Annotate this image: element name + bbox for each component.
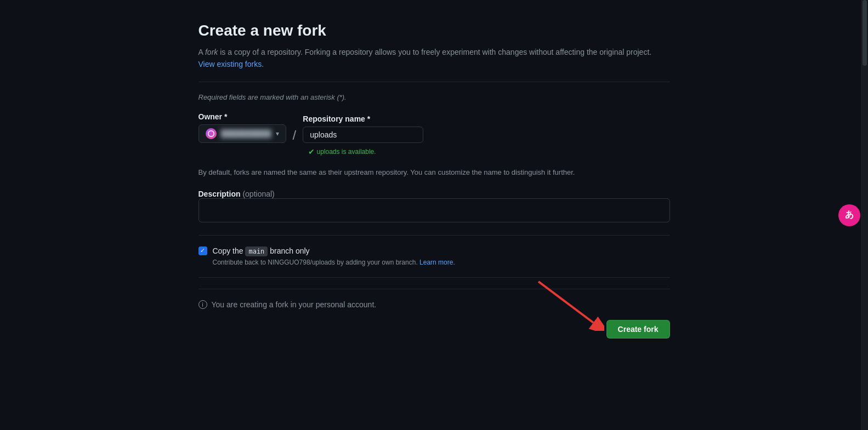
required-fields-note: Required fields are marked with an aster… [198, 93, 670, 101]
repo-name-label: Repository name * [303, 114, 423, 123]
chevron-down-icon: ▾ [276, 130, 279, 137]
translate-button[interactable]: あ [838, 204, 860, 226]
description-input[interactable] [198, 198, 670, 222]
owner-name-text: ██████████ [221, 129, 271, 137]
copy-branch-label: Copy the main branch only [213, 246, 310, 255]
owner-repo-row: Owner * ██████████ ▾ / Repository name * [198, 112, 670, 143]
info-icon: i [198, 300, 207, 309]
copy-branch-checkbox[interactable]: ✓ [198, 246, 207, 255]
owner-repo-section: Owner * ██████████ ▾ / Repository name * [198, 112, 670, 156]
owner-dropdown[interactable]: ██████████ ▾ [198, 124, 286, 143]
green-check-icon: ✔ [308, 147, 315, 156]
availability-text: uploads is available. [317, 148, 376, 156]
personal-account-text: You are creating a fork in your personal… [212, 300, 377, 309]
description-section: Description (optional) [198, 190, 670, 224]
create-fork-button[interactable]: Create fork [606, 320, 670, 339]
owner-avatar [206, 128, 217, 139]
repo-column: Repository name * [303, 114, 423, 143]
default-name-note: By default, forks are named the same as … [198, 167, 670, 179]
section-divider-1 [198, 82, 670, 82]
copy-branch-section: ✓ Copy the main branch only Contribute b… [198, 246, 670, 278]
section-divider-3 [198, 289, 670, 289]
optional-label: (optional) [242, 190, 274, 198]
owner-label: Owner * [198, 112, 286, 121]
scrollbar-thumb[interactable] [863, 0, 867, 66]
checkbox-check-icon: ✓ [200, 247, 205, 254]
description-label: Description (optional) [198, 190, 275, 198]
scrollbar[interactable] [861, 0, 868, 430]
section-divider-2 [198, 235, 670, 236]
page-description: A fork is a copy of a repository. Forkin… [198, 46, 670, 71]
learn-more-link[interactable]: Learn more. [419, 259, 455, 266]
owner-column: Owner * ██████████ ▾ [198, 112, 286, 143]
page-title: Create a new fork [198, 22, 670, 39]
availability-status: ✔ uploads is available. [308, 147, 670, 156]
copy-branch-row: ✓ Copy the main branch only [198, 246, 670, 255]
copy-branch-sublabel: Contribute back to NINGGUO798/uploads by… [213, 259, 670, 266]
repo-name-input[interactable] [303, 127, 423, 143]
slash-separator: / [291, 129, 299, 142]
branch-name-code: main [245, 246, 268, 256]
view-existing-forks-link[interactable]: View existing forks. [198, 60, 264, 68]
personal-account-notice: i You are creating a fork in your person… [198, 300, 670, 309]
translate-icon: あ [845, 209, 854, 221]
actions-row: Create fork [198, 320, 670, 339]
